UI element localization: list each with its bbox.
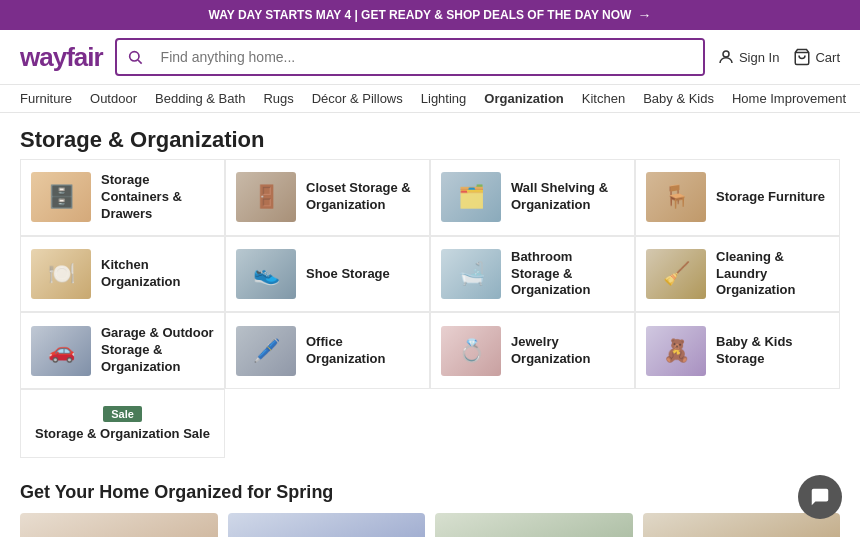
page-title: Storage & Organization: [20, 127, 840, 153]
category-thumb-garage: 🚗: [31, 326, 91, 376]
category-card-office[interactable]: 🖊️ Office Organization: [225, 312, 430, 389]
category-label-jewelry: Jewelry Organization: [511, 334, 624, 368]
category-icon-cleaning: 🧹: [663, 261, 690, 287]
spring-card-card-3[interactable]: [435, 513, 633, 537]
category-card-garage[interactable]: 🚗 Garage & Outdoor Storage & Organizatio…: [20, 312, 225, 389]
sale-badge: Sale: [103, 406, 142, 422]
logo[interactable]: wayfair: [20, 42, 103, 73]
category-thumb-baby-kids: 🧸: [646, 326, 706, 376]
category-icon-bathroom: 🛁: [458, 261, 485, 287]
spring-title: Get Your Home Organized for Spring: [20, 482, 840, 503]
category-label-shoe: Shoe Storage: [306, 266, 390, 283]
nav-item-organization[interactable]: Organization: [484, 91, 563, 106]
search-icon: [117, 49, 153, 65]
category-icon-office: 🖊️: [253, 338, 280, 364]
svg-point-2: [723, 51, 729, 57]
nav-item-d-cor---pillows[interactable]: Décor & Pillows: [312, 91, 403, 106]
category-card-jewelry[interactable]: 💍 Jewelry Organization: [430, 312, 635, 389]
sale-card-label: Storage & Organization Sale: [35, 426, 210, 441]
category-icon-wall-shelving: 🗂️: [458, 184, 485, 210]
spring-card-card-2[interactable]: [228, 513, 426, 537]
svg-line-1: [138, 60, 142, 64]
category-thumb-storage-furniture: 🪑: [646, 172, 706, 222]
category-card-kitchen[interactable]: 🍽️ Kitchen Organization: [20, 236, 225, 313]
nav-item-bedding---bath[interactable]: Bedding & Bath: [155, 91, 245, 106]
sale-category-card[interactable]: Sale Storage & Organization Sale: [20, 389, 225, 458]
header: wayfair Sign In Cart: [0, 30, 860, 85]
nav-item-home-improvement[interactable]: Home Improvement: [732, 91, 846, 106]
spring-grid: [20, 513, 840, 537]
nav-bar: FurnitureOutdoorBedding & BathRugsDécor …: [0, 85, 860, 113]
sign-in-button[interactable]: Sign In: [717, 48, 779, 66]
category-thumb-cleaning: 🧹: [646, 249, 706, 299]
spring-card-card-1[interactable]: [20, 513, 218, 537]
category-label-baby-kids: Baby & Kids Storage: [716, 334, 829, 368]
category-thumb-kitchen: 🍽️: [31, 249, 91, 299]
category-label-cleaning: Cleaning & Laundry Organization: [716, 249, 829, 300]
nav-item-outdoor[interactable]: Outdoor: [90, 91, 137, 106]
category-thumb-jewelry: 💍: [441, 326, 501, 376]
category-grid: 🗄️ Storage Containers & Drawers 🚪 Closet…: [0, 159, 860, 468]
category-thumb-shoe: 👟: [236, 249, 296, 299]
category-thumb-wall-shelving: 🗂️: [441, 172, 501, 222]
banner-arrow: →: [637, 7, 651, 23]
chat-button[interactable]: [798, 475, 842, 519]
category-thumb-bathroom: 🛁: [441, 249, 501, 299]
category-label-closet: Closet Storage & Organization: [306, 180, 419, 214]
nav-item-furniture[interactable]: Furniture: [20, 91, 72, 106]
category-icon-baby-kids: 🧸: [663, 338, 690, 364]
header-actions: Sign In Cart: [717, 48, 840, 66]
svg-point-0: [129, 52, 138, 61]
category-card-shoe[interactable]: 👟 Shoe Storage: [225, 236, 430, 313]
category-label-kitchen: Kitchen Organization: [101, 257, 214, 291]
category-label-office: Office Organization: [306, 334, 419, 368]
nav-item-lighting[interactable]: Lighting: [421, 91, 467, 106]
category-icon-closet: 🚪: [253, 184, 280, 210]
category-thumb-closet: 🚪: [236, 172, 296, 222]
category-card-bathroom[interactable]: 🛁 Bathroom Storage & Organization: [430, 236, 635, 313]
nav-item-kitchen[interactable]: Kitchen: [582, 91, 625, 106]
category-icon-jewelry: 💍: [458, 338, 485, 364]
nav-item-rugs[interactable]: Rugs: [263, 91, 293, 106]
top-banner: WAY DAY STARTS MAY 4 | GET READY & SHOP …: [0, 0, 860, 30]
category-icon-kitchen: 🍽️: [48, 261, 75, 287]
category-icon-shoe: 👟: [253, 261, 280, 287]
category-label-wall-shelving: Wall Shelving & Organization: [511, 180, 624, 214]
category-card-storage-containers[interactable]: 🗄️ Storage Containers & Drawers: [20, 159, 225, 236]
page-title-bar: Storage & Organization: [0, 113, 860, 159]
nav-item-baby---kids[interactable]: Baby & Kids: [643, 91, 714, 106]
spring-section: Get Your Home Organized for Spring: [0, 468, 860, 537]
category-card-closet[interactable]: 🚪 Closet Storage & Organization: [225, 159, 430, 236]
search-bar: [115, 38, 705, 76]
banner-text: WAY DAY STARTS MAY 4 | GET READY & SHOP …: [209, 8, 632, 22]
category-thumb-storage-containers: 🗄️: [31, 172, 91, 222]
category-label-storage-furniture: Storage Furniture: [716, 189, 825, 206]
category-label-garage: Garage & Outdoor Storage & Organization: [101, 325, 214, 376]
category-card-baby-kids[interactable]: 🧸 Baby & Kids Storage: [635, 312, 840, 389]
category-label-bathroom: Bathroom Storage & Organization: [511, 249, 624, 300]
category-card-cleaning[interactable]: 🧹 Cleaning & Laundry Organization: [635, 236, 840, 313]
category-thumb-office: 🖊️: [236, 326, 296, 376]
category-icon-garage: 🚗: [48, 338, 75, 364]
category-icon-storage-containers: 🗄️: [48, 184, 75, 210]
category-card-wall-shelving[interactable]: 🗂️ Wall Shelving & Organization: [430, 159, 635, 236]
cart-button[interactable]: Cart: [793, 48, 840, 66]
search-input[interactable]: [153, 40, 703, 74]
category-card-storage-furniture[interactable]: 🪑 Storage Furniture: [635, 159, 840, 236]
category-label-storage-containers: Storage Containers & Drawers: [101, 172, 214, 223]
category-icon-storage-furniture: 🪑: [663, 184, 690, 210]
